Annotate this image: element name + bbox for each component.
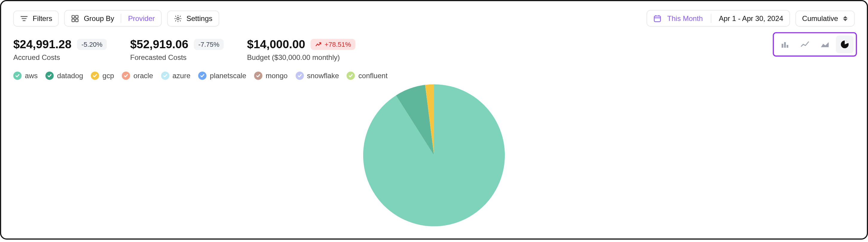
stat-budget: $14,000.00 +78.51% Budget ($30,000.00 mo… [247, 38, 356, 62]
legend-item-confluent[interactable]: confluent [347, 72, 388, 80]
svg-rect-8 [654, 16, 660, 21]
forecast-value: $52,919.06 [130, 38, 188, 51]
legend-item-azure[interactable]: azure [161, 72, 190, 80]
filters-label: Filters [33, 14, 52, 23]
legend-chip-icon [45, 72, 54, 80]
legend-chip-icon [198, 72, 207, 80]
legend-item-aws[interactable]: aws [13, 72, 38, 80]
legend-chip-icon [254, 72, 262, 80]
legend-label: snowflake [307, 72, 339, 80]
legend-item-snowflake[interactable]: snowflake [295, 72, 339, 80]
filters-button[interactable]: Filters [13, 10, 59, 26]
legend-label: oracle [134, 72, 153, 80]
date-range: Apr 1 - Apr 30, 2024 [719, 14, 783, 23]
groupby-value: Provider [128, 14, 155, 23]
svg-rect-13 [784, 42, 786, 48]
legend: awsdatadoggcporacleazureplanetscalemongo… [13, 72, 855, 80]
pie-chart [13, 83, 855, 227]
budget-delta-text: +78.51% [324, 41, 351, 48]
chart-type-area[interactable] [816, 36, 834, 53]
legend-item-datadog[interactable]: datadog [45, 72, 83, 80]
legend-item-mongo[interactable]: mongo [254, 72, 288, 80]
cost-dashboard: Filters Group By Provider Settings This … [0, 0, 868, 240]
separator [711, 14, 711, 23]
legend-chip-icon [91, 72, 99, 80]
legend-label: gcp [102, 72, 114, 80]
view-mode-label: Cumulative [802, 14, 838, 23]
legend-label: aws [25, 72, 38, 80]
trend-up-icon [315, 41, 322, 48]
date-range-button[interactable]: This Month Apr 1 - Apr 30, 2024 [647, 10, 790, 27]
svg-rect-14 [787, 45, 788, 48]
view-mode-button[interactable]: Cumulative [795, 10, 855, 26]
legend-label: confluent [359, 72, 388, 80]
accrued-label: Accrued Costs [13, 53, 107, 62]
svg-rect-6 [75, 19, 78, 22]
forecast-delta: -7.75% [194, 39, 224, 50]
chart-type-switcher [773, 32, 857, 56]
grid-icon [71, 14, 80, 23]
budget-value: $14,000.00 [247, 38, 306, 51]
legend-label: planetscale [210, 72, 246, 80]
legend-chip-icon [347, 72, 355, 80]
svg-point-7 [177, 17, 179, 20]
forecast-label: Forecasted Costs [130, 53, 224, 62]
legend-label: datadog [57, 72, 83, 80]
chart-type-line[interactable] [796, 36, 814, 53]
settings-label: Settings [187, 14, 213, 23]
legend-item-oracle[interactable]: oracle [122, 72, 153, 80]
date-preset: This Month [667, 14, 703, 23]
separator [121, 14, 121, 23]
groupby-label: Group By [84, 14, 114, 23]
legend-chip-icon [122, 72, 130, 80]
gear-icon [174, 14, 182, 23]
stat-accrued: $24,991.28 -5.20% Accrued Costs [13, 38, 107, 62]
groupby-button[interactable]: Group By Provider [65, 10, 162, 27]
budget-delta: +78.51% [311, 39, 355, 50]
filter-icon [20, 14, 28, 23]
svg-rect-3 [72, 15, 75, 18]
legend-item-planetscale[interactable]: planetscale [198, 72, 246, 80]
legend-chip-icon [295, 72, 304, 80]
legend-chip-icon [161, 72, 169, 80]
svg-rect-4 [75, 15, 78, 18]
svg-rect-12 [782, 44, 783, 48]
stat-forecast: $52,919.06 -7.75% Forecasted Costs [130, 38, 224, 62]
accrued-value: $24,991.28 [13, 38, 71, 51]
accrued-delta: -5.20% [77, 39, 107, 50]
legend-label: mongo [266, 72, 288, 80]
svg-rect-5 [72, 19, 75, 22]
sort-caret-icon [843, 15, 848, 22]
toolbar: Filters Group By Provider Settings This … [13, 10, 855, 27]
settings-button[interactable]: Settings [167, 10, 219, 26]
legend-item-gcp[interactable]: gcp [91, 72, 114, 80]
legend-label: azure [173, 72, 190, 80]
stats-row: $24,991.28 -5.20% Accrued Costs $52,919.… [13, 38, 855, 62]
chart-type-pie[interactable] [836, 36, 854, 53]
chart-type-bar[interactable] [776, 36, 794, 53]
calendar-icon [653, 14, 662, 23]
budget-label: Budget ($30,000.00 monthly) [247, 53, 356, 62]
legend-chip-icon [13, 72, 22, 80]
